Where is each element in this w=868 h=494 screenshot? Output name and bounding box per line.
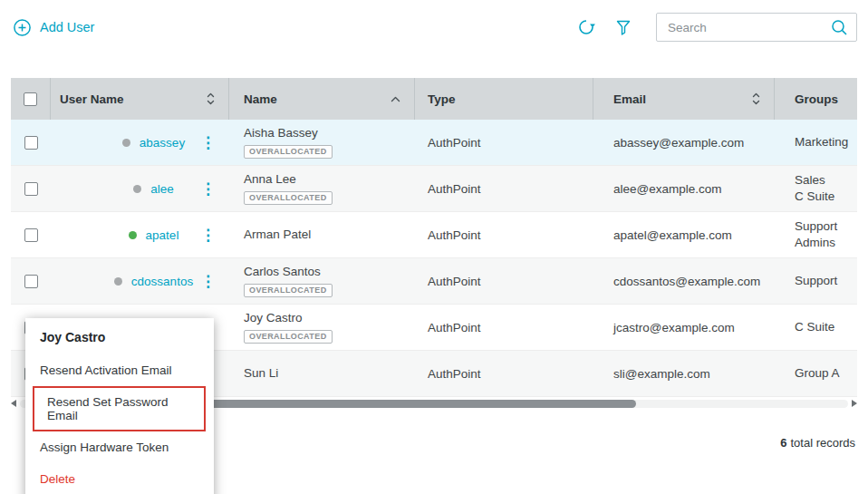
user-type: AuthPoint bbox=[415, 212, 593, 257]
scroll-left-arrow-icon[interactable] bbox=[11, 400, 16, 407]
user-groups: Group A bbox=[775, 351, 857, 396]
full-name: Arman Patel bbox=[244, 228, 415, 242]
user-email: abassey@example.com bbox=[593, 120, 775, 165]
user-groups: Support Admins bbox=[775, 212, 857, 257]
overallocated-badge: OVERALLOCATED bbox=[244, 145, 333, 159]
user-type: AuthPoint bbox=[415, 351, 593, 396]
plus-circle-icon bbox=[13, 18, 32, 37]
user-type: AuthPoint bbox=[415, 258, 593, 304]
menu-item-delete[interactable]: Delete bbox=[25, 463, 214, 494]
table-row: alee ⋮ Anna Lee OVERALLOCATED AuthPoint … bbox=[11, 166, 857, 212]
header-email[interactable]: Email bbox=[593, 78, 775, 120]
full-name: Carlos Santos bbox=[244, 265, 415, 279]
user-email: sli@example.com bbox=[593, 351, 775, 396]
search-icon[interactable] bbox=[829, 17, 849, 37]
overallocated-badge: OVERALLOCATED bbox=[244, 284, 333, 297]
menu-item-resend-activation-email[interactable]: Resend Activation Email bbox=[25, 354, 214, 386]
username-link[interactable]: alee bbox=[150, 182, 174, 196]
record-count-label: total records bbox=[790, 436, 855, 450]
sort-both-icon[interactable] bbox=[206, 91, 228, 107]
toolbar: Add User bbox=[0, 0, 868, 42]
full-name: Aisha Bassey bbox=[244, 126, 415, 140]
status-dot-icon bbox=[133, 185, 141, 193]
user-type: AuthPoint bbox=[415, 120, 593, 165]
status-dot-icon bbox=[129, 231, 137, 239]
overallocated-badge: OVERALLOCATED bbox=[244, 330, 333, 344]
scroll-right-arrow-icon[interactable] bbox=[852, 400, 857, 407]
user-type: AuthPoint bbox=[415, 166, 593, 211]
refresh-icon[interactable] bbox=[576, 17, 596, 37]
username-link[interactable]: cdossantos bbox=[131, 275, 193, 288]
select-all-checkbox-cell bbox=[11, 78, 51, 120]
header-type-label: Type bbox=[428, 92, 456, 106]
user-groups: Marketing bbox=[775, 120, 857, 165]
user-groups: C Suite bbox=[775, 305, 857, 350]
header-user-name[interactable]: User Name bbox=[51, 78, 229, 120]
header-type[interactable]: Type bbox=[415, 78, 593, 120]
full-name: Sun Li bbox=[244, 366, 415, 381]
filter-icon[interactable] bbox=[614, 18, 632, 36]
status-dot-icon bbox=[122, 139, 130, 147]
record-count: 6 bbox=[780, 436, 786, 450]
scrollbar-thumb[interactable] bbox=[207, 400, 636, 408]
full-name: Anna Lee bbox=[244, 172, 415, 187]
context-menu-title: Joy Castro bbox=[25, 318, 214, 354]
header-name-label: Name bbox=[244, 92, 277, 106]
row-context-menu: Joy Castro Resend Activation Email Resen… bbox=[25, 318, 214, 494]
user-groups: Support bbox=[775, 258, 857, 304]
header-groups-label: Groups bbox=[795, 92, 838, 106]
header-groups[interactable]: Groups bbox=[775, 78, 857, 120]
toolbar-right bbox=[576, 13, 857, 42]
row-menu-icon[interactable]: ⋮ bbox=[198, 133, 217, 152]
overallocated-badge: OVERALLOCATED bbox=[244, 191, 333, 205]
user-groups: Sales C Suite bbox=[775, 166, 857, 211]
username-link[interactable]: apatel bbox=[146, 228, 179, 242]
row-checkbox[interactable] bbox=[24, 136, 38, 150]
add-user-button[interactable]: Add User bbox=[13, 18, 94, 37]
user-email: jcastro@example.com bbox=[593, 305, 775, 350]
user-management-page: Add User bbox=[0, 0, 868, 494]
table-row: cdossantos ⋮ Carlos Santos OVERALLOCATED… bbox=[11, 258, 857, 305]
table-header-row: User Name Name Type bbox=[11, 78, 857, 120]
full-name: Joy Castro bbox=[244, 311, 415, 325]
row-checkbox[interactable] bbox=[24, 275, 38, 288]
menu-item-assign-hardware-token[interactable]: Assign Hardware Token bbox=[25, 431, 214, 463]
sort-asc-icon[interactable] bbox=[390, 95, 414, 103]
row-checkbox[interactable] bbox=[24, 182, 38, 196]
table-row: abassey ⋮ Aisha Bassey OVERALLOCATED Aut… bbox=[11, 120, 857, 166]
add-user-label: Add User bbox=[40, 20, 94, 34]
search-input[interactable] bbox=[668, 21, 829, 34]
username-link[interactable]: abassey bbox=[140, 136, 185, 150]
header-name[interactable]: Name bbox=[229, 78, 415, 120]
menu-item-resend-set-password-email[interactable]: Resend Set Password Email bbox=[33, 386, 206, 431]
select-all-checkbox[interactable] bbox=[24, 92, 37, 106]
status-dot-icon bbox=[114, 277, 122, 286]
user-type: AuthPoint bbox=[415, 305, 593, 350]
user-email: alee@example.com bbox=[593, 166, 775, 211]
user-email: apatel@example.com bbox=[593, 212, 775, 257]
row-checkbox[interactable] bbox=[24, 228, 38, 242]
row-menu-icon[interactable]: ⋮ bbox=[198, 226, 217, 245]
user-email: cdossantos@example.com bbox=[593, 258, 775, 304]
table-row: apatel ⋮ Arman Patel AuthPoint apatel@ex… bbox=[11, 212, 857, 258]
sort-both-icon[interactable] bbox=[751, 91, 774, 107]
search-box bbox=[656, 13, 857, 42]
row-menu-icon[interactable]: ⋮ bbox=[198, 179, 217, 199]
row-menu-icon[interactable]: ⋮ bbox=[198, 272, 217, 291]
header-email-label: Email bbox=[613, 92, 646, 106]
header-user-name-label: User Name bbox=[60, 92, 124, 106]
